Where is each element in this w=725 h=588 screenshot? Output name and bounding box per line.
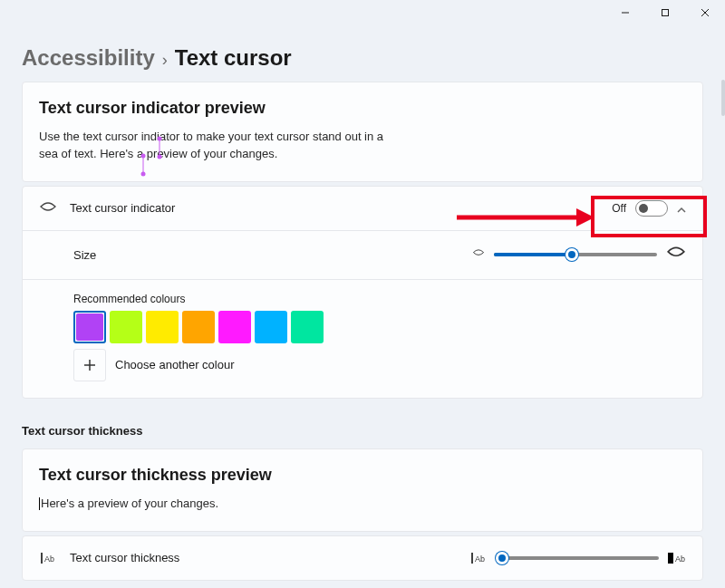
- choose-colour-label: Choose another colour: [115, 358, 235, 371]
- colour-swatch-teal[interactable]: [291, 311, 324, 343]
- svg-point-9: [141, 171, 146, 176]
- minimize-button[interactable]: [605, 0, 645, 25]
- thickness-row[interactable]: Ab Text cursor thickness Ab Ab: [23, 536, 702, 580]
- thin-caret-icon: [39, 497, 40, 510]
- colour-swatch-magenta[interactable]: [218, 311, 251, 343]
- svg-point-6: [157, 155, 161, 159]
- close-button[interactable]: [685, 0, 725, 25]
- svg-rect-16: [668, 553, 673, 564]
- svg-point-7: [141, 153, 146, 158]
- recommended-colours-block: Recommended colours Choose another colou…: [23, 280, 702, 398]
- colour-swatch-orange[interactable]: [182, 311, 215, 343]
- thickness-preview-card: Text cursor thickness preview Here's a p…: [22, 448, 703, 532]
- thickness-preview-heading: Text cursor thickness preview: [39, 466, 686, 485]
- cursor-indicator-shape-icon: [39, 199, 57, 217]
- cursor-indicator-expander: Text cursor indicator Off Size: [22, 186, 703, 399]
- indicator-size-slider[interactable]: [494, 253, 657, 256]
- thickness-thick-icon: Ab: [668, 552, 686, 564]
- svg-rect-1: [662, 10, 669, 16]
- toggle-state-label: Off: [612, 202, 626, 215]
- thickness-section-heading: Text cursor thickness: [22, 424, 703, 438]
- recommended-colours-label: Recommended colours: [73, 293, 686, 305]
- svg-text:Ab: Ab: [675, 554, 685, 564]
- size-small-icon: [472, 247, 485, 263]
- window-controls: [605, 0, 725, 25]
- breadcrumb-parent[interactable]: Accessibility: [22, 45, 155, 71]
- colour-swatches: [73, 311, 686, 343]
- thickness-label: Text cursor thickness: [70, 551, 458, 564]
- cursor-indicator-label: Text cursor indicator: [70, 201, 599, 215]
- cursor-indicator-preview-card: Text cursor indicator preview Use the te…: [22, 82, 703, 182]
- thickness-slider[interactable]: [496, 556, 659, 560]
- preview-text: Use the text cursor indiator to make you…: [39, 129, 401, 163]
- svg-text:Ab: Ab: [44, 554, 54, 564]
- page-title: Text cursor: [175, 45, 292, 71]
- size-label: Size: [73, 248, 459, 262]
- thickness-row-card: Ab Text cursor thickness Ab Ab: [22, 535, 703, 581]
- colour-swatch-purple[interactable]: [73, 311, 106, 343]
- size-large-icon: [666, 244, 686, 266]
- indicator-size-row: Size: [23, 231, 702, 279]
- maximize-button[interactable]: [645, 0, 685, 25]
- cursor-indicator-toggle[interactable]: [635, 200, 668, 217]
- colour-swatch-blue[interactable]: [255, 311, 287, 343]
- scrollbar-thumb[interactable]: [721, 80, 725, 116]
- choose-colour-row: Choose another colour: [73, 349, 686, 381]
- add-colour-button[interactable]: [73, 349, 106, 381]
- colour-swatch-lime[interactable]: [110, 311, 142, 343]
- chevron-up-icon[interactable]: [677, 204, 686, 213]
- thickness-thin-icon: Ab: [39, 549, 57, 567]
- thickness-preview-text: Here's a preview of your changes.: [39, 496, 401, 513]
- colour-swatch-yellow[interactable]: [146, 311, 179, 343]
- chevron-right-icon: ›: [162, 51, 168, 70]
- svg-point-4: [157, 137, 161, 141]
- preview-heading: Text cursor indicator preview: [39, 99, 686, 118]
- svg-text:Ab: Ab: [475, 554, 485, 564]
- thickness-thin-icon: Ab: [470, 552, 487, 564]
- cursor-indicator-row[interactable]: Text cursor indicator Off: [23, 187, 702, 230]
